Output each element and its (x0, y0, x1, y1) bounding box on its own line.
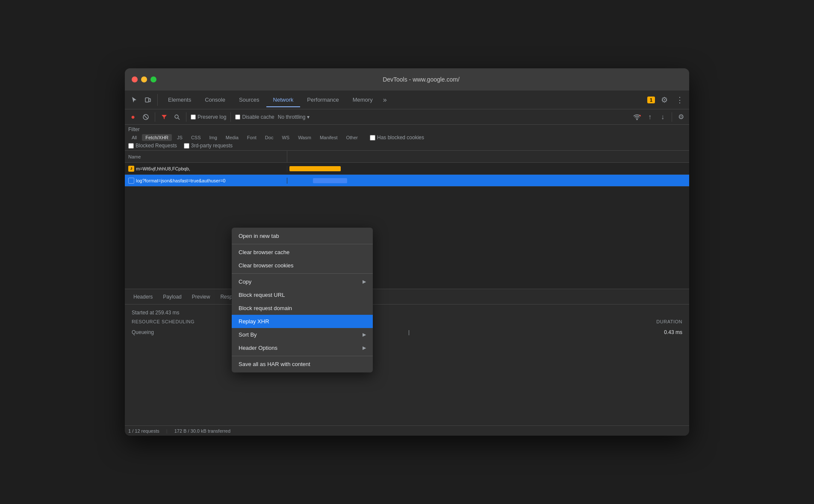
toolbar-separator (157, 94, 158, 106)
devtools-window: DevTools - www.google.com/ Elements Cons… (125, 68, 689, 436)
ctx-header-options[interactable]: Header Options ▶ (232, 341, 373, 355)
request-list: J m=Wt6vjf,hhhU8,FCpbqb, log?format=json… (125, 163, 689, 289)
has-blocked-cookies-filter: Has blocked cookies (370, 135, 424, 141)
disable-cache-checkbox[interactable]: Disable cache (235, 114, 274, 120)
resource-scheduling-label: Resource Scheduling (132, 319, 195, 324)
close-button[interactable] (132, 76, 138, 82)
minimize-button[interactable] (141, 76, 147, 82)
bottom-panel: Headers Payload Preview Response Timing … (125, 289, 689, 425)
filter-fetch-xhr[interactable]: Fetch/XHR (142, 134, 172, 141)
ctx-save-har[interactable]: Save all as HAR with content (232, 357, 373, 371)
preserve-log-checkbox[interactable]: Preserve log (191, 114, 226, 120)
svg-line-5 (178, 118, 180, 120)
filter-type-bar: All Fetch/XHR JS CSS Img Media Font Doc … (128, 134, 686, 141)
toolbar-separator-4 (230, 112, 231, 122)
record-button[interactable]: ● (128, 112, 138, 122)
svg-line-3 (144, 115, 147, 119)
more-options-icon[interactable]: ⋮ (674, 94, 686, 106)
network-settings-icon[interactable]: ⚙ (676, 112, 686, 122)
filter-label: Filter (128, 126, 686, 132)
download-icon[interactable]: ↓ (658, 112, 667, 122)
ctx-block-url[interactable]: Block request URL (232, 288, 373, 302)
filter-css[interactable]: CSS (188, 134, 204, 141)
third-party-checkbox[interactable] (184, 143, 189, 149)
wifi-icon[interactable] (632, 112, 642, 122)
queueing-duration: 0.43 ms (664, 329, 682, 335)
filter-other[interactable]: Other (342, 134, 361, 141)
svg-point-4 (175, 115, 178, 118)
toolbar-separator-5 (672, 112, 672, 122)
ctx-clear-cookies[interactable]: Clear browser cookies (232, 259, 373, 272)
request-type-icon-2 (128, 178, 134, 184)
traffic-lights (132, 76, 156, 82)
blocked-requests-label: Blocked Requests (136, 143, 177, 149)
context-menu: Open in new tab Clear browser cache Clea… (232, 228, 373, 372)
device-icon[interactable] (142, 94, 154, 106)
notification-badge: 1 (647, 97, 655, 103)
cursor-icon[interactable] (128, 94, 140, 106)
tab-payload[interactable]: Payload (158, 290, 186, 304)
filter-js[interactable]: JS (174, 134, 186, 141)
tab-elements[interactable]: Elements (161, 93, 198, 107)
has-blocked-cookies-checkbox[interactable] (370, 135, 375, 141)
tab-network[interactable]: Network (266, 93, 301, 107)
tab-end-icons: 1 ⚙ ⋮ (647, 94, 686, 106)
network-toolbar: ● Preserve (125, 109, 689, 125)
blocked-requests-filter: Blocked Requests (128, 143, 177, 149)
svg-rect-0 (145, 98, 149, 102)
search-icon[interactable] (172, 112, 182, 122)
request-name-1: J m=Wt6vjf,hhhU8,FCpbqb, (125, 166, 287, 172)
table-row[interactable]: J m=Wt6vjf,hhhU8,FCpbqb, (125, 163, 689, 175)
extra-filters: Blocked Requests 3rd-party requests (128, 143, 686, 149)
ctx-separator-3 (232, 356, 373, 356)
tab-performance[interactable]: Performance (300, 93, 345, 107)
filter-all[interactable]: All (128, 134, 140, 141)
tab-bar: Elements Console Sources Network Perform… (161, 93, 646, 107)
filter-ws[interactable]: WS (278, 134, 293, 141)
devtools-body: Elements Console Sources Network Perform… (125, 91, 689, 436)
third-party-filter: 3rd-party requests (184, 143, 233, 149)
started-at: Started at 259.43 ms (132, 310, 682, 316)
filter-doc[interactable]: Doc (262, 134, 277, 141)
throttling-select[interactable]: No throttling ▾ (278, 114, 310, 120)
bottom-tabs: Headers Payload Preview Response Timing … (125, 289, 689, 305)
clear-button[interactable] (141, 112, 150, 122)
header-arrow-icon: ▶ (363, 345, 366, 351)
filter-icon[interactable] (159, 112, 169, 122)
settings-icon[interactable]: ⚙ (658, 94, 670, 106)
third-party-label: 3rd-party requests (191, 143, 233, 149)
toolbar-separator-3 (186, 112, 186, 122)
ctx-block-domain[interactable]: Block request domain (232, 302, 373, 315)
queueing-bar-indicator: | (408, 329, 410, 335)
tab-headers[interactable]: Headers (128, 290, 158, 304)
request-count: 1 / 12 requests (128, 428, 159, 434)
waterfall-bar-2 (287, 175, 689, 186)
upload-icon[interactable]: ↑ (645, 112, 655, 122)
timing-section-header: Resource Scheduling DURATION (132, 319, 682, 326)
ctx-replay-xhr[interactable]: Replay XHR (232, 315, 373, 328)
ctx-separator-1 (232, 244, 373, 244)
tab-preview[interactable]: Preview (187, 290, 215, 304)
filter-wasm[interactable]: Wasm (295, 134, 315, 141)
timing-bar-blue (313, 178, 347, 183)
filter-img[interactable]: Img (206, 134, 221, 141)
table-row[interactable]: log?format=json&hasfast=true&authuser=0 (125, 175, 689, 187)
waterfall-bar-1 (287, 163, 689, 174)
ctx-open-new-tab[interactable]: Open in new tab (232, 229, 373, 243)
queueing-label: Queueing (132, 329, 154, 335)
filter-manifest[interactable]: Manifest (316, 134, 341, 141)
waterfall-header: Name 10000 ms 40000 ms 50000 ms (125, 151, 689, 163)
ctx-sort-by[interactable]: Sort By ▶ (232, 328, 373, 341)
tab-sources[interactable]: Sources (232, 93, 266, 107)
blocked-requests-checkbox[interactable] (128, 143, 134, 149)
queueing-row: Queueing | 0.43 ms (132, 329, 682, 335)
filter-font[interactable]: Font (244, 134, 260, 141)
ctx-clear-cache[interactable]: Clear browser cache (232, 246, 373, 259)
maximize-button[interactable] (150, 76, 156, 82)
filter-media[interactable]: Media (222, 134, 242, 141)
tab-more-icon[interactable]: » (380, 93, 390, 107)
svg-point-6 (637, 119, 637, 120)
tab-console[interactable]: Console (198, 93, 232, 107)
tab-memory[interactable]: Memory (346, 93, 380, 107)
ctx-copy[interactable]: Copy ▶ (232, 275, 373, 288)
